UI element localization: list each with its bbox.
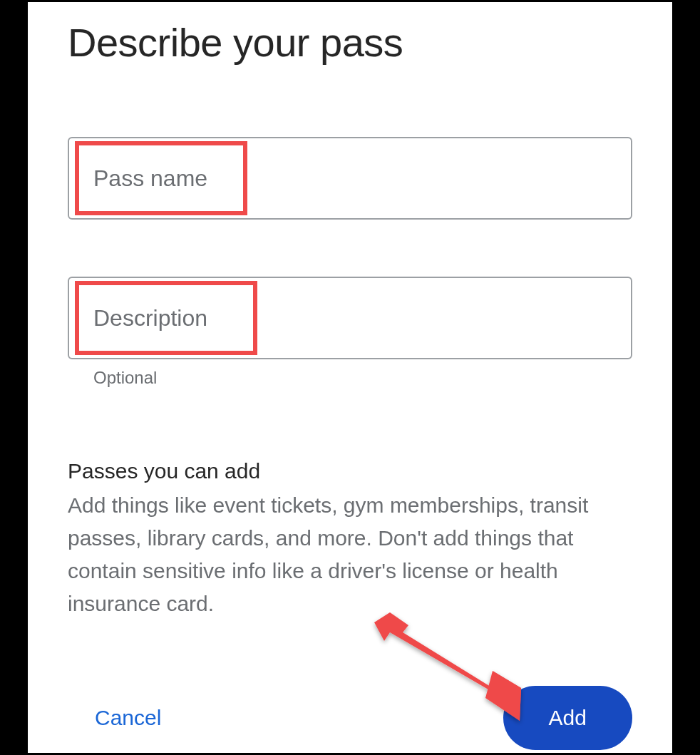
left-black-bar	[0, 0, 26, 755]
info-heading: Passes you can add	[68, 459, 632, 483]
cancel-button[interactable]: Cancel	[68, 692, 188, 744]
action-row: Cancel Add	[68, 686, 632, 750]
pass-name-input[interactable]	[68, 137, 632, 220]
info-body: Add things like event tickets, gym membe…	[68, 489, 632, 620]
fields: Pass name Description Optional	[68, 137, 632, 388]
right-black-bar	[674, 0, 700, 755]
description-input[interactable]	[68, 277, 632, 359]
pass-name-field-wrap: Pass name	[68, 137, 632, 220]
page-title: Describe your pass	[68, 19, 632, 66]
info-block: Passes you can add Add things like event…	[68, 459, 632, 620]
add-button[interactable]: Add	[503, 686, 632, 750]
description-hint: Optional	[93, 368, 632, 388]
dialog-body: Describe your pass Pass name Description…	[26, 0, 674, 755]
description-field-wrap: Description	[68, 277, 632, 359]
